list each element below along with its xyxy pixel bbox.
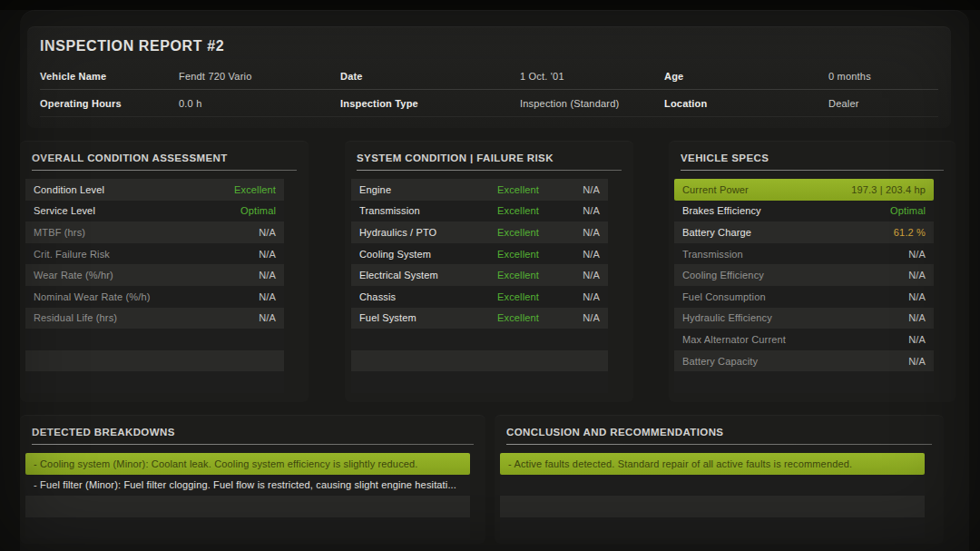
row-label: Nominal Wear Rate (%/h) [34, 291, 259, 302]
table-row: Fuel System Excellent N/A [351, 308, 608, 330]
field-age-value: 0 months [828, 71, 938, 82]
row-value: N/A [259, 291, 276, 302]
breakdown-text: - Cooling system (Minor): Coolant leak. … [34, 458, 462, 469]
panel-overall-condition: OVERALL CONDITION ASSESSMENT Condition L… [20, 141, 309, 402]
field-date-value: 1 Oct. '01 [520, 71, 664, 82]
row-label: Transmission [682, 249, 908, 260]
row-label: Engine [359, 184, 497, 195]
row-label: Service Level [34, 205, 240, 216]
empty-row [500, 475, 925, 497]
field-operating-hours-value: 0.0 h [179, 98, 340, 109]
table-row: Condition Level Excellent [25, 179, 284, 201]
table-row: Brakes Efficiency Optimal [674, 201, 934, 222]
empty-row [500, 517, 925, 539]
title-divider [681, 170, 944, 171]
spec-row-current-power: Current Power 197.3 | 203.4 hp [674, 179, 934, 201]
row-value: N/A [259, 270, 276, 280]
breakdowns-list[interactable]: - Cooling system (Minor): Coolant leak. … [25, 453, 470, 538]
table-row: MTBF (hrs) N/A [25, 221, 284, 243]
row-label: Crit. Failure Risk [34, 249, 259, 260]
empty-row [351, 350, 608, 372]
row-label: Cooling Efficiency [682, 270, 908, 280]
row-label: Electrical System [359, 270, 497, 280]
empty-row [25, 329, 284, 350]
report-header-panel: INSPECTION REPORT #2 Vehicle Name Fendt … [27, 26, 951, 128]
empty-row [25, 496, 470, 517]
field-vehicle-name-value: Fendt 720 Vario [179, 71, 340, 82]
row-value: N/A [259, 312, 276, 323]
panel-breakdowns-title: DETECTED BREAKDOWNS [32, 427, 474, 438]
row-value: N/A [908, 312, 926, 323]
vehicle-specs-list[interactable]: Current Power 197.3 | 203.4 hp Brakes Ef… [674, 179, 934, 393]
empty-row [500, 496, 925, 517]
empty-row [25, 517, 470, 539]
table-row: Cooling System Excellent N/A [351, 243, 608, 265]
breakdown-text: - Fuel filter (Minor): Fuel filter clogg… [34, 479, 462, 490]
row-risk: N/A [550, 227, 600, 238]
table-row: Hydraulic Efficiency N/A [674, 308, 934, 330]
row-label: Chassis [359, 291, 497, 302]
row-label: MTBF (hrs) [34, 227, 259, 238]
title-divider [357, 170, 622, 171]
table-row: Hydraulics / PTO Excellent N/A [351, 221, 608, 243]
row-label: Cooling System [359, 249, 497, 260]
table-row: Residual Life (hrs) N/A [25, 308, 284, 330]
empty-row [674, 371, 934, 393]
row-value: N/A [908, 291, 926, 302]
panel-conclusion: CONCLUSION AND RECOMMENDATIONS - Active … [495, 415, 944, 544]
row-risk: N/A [550, 291, 600, 302]
row-status: Excellent [497, 291, 550, 302]
row-value: Excellent [234, 184, 276, 195]
row-label: Battery Charge [682, 227, 894, 238]
table-row: Electrical System Excellent N/A [351, 264, 608, 286]
row-label: Fuel System [359, 312, 497, 323]
title-divider [32, 170, 297, 171]
system-condition-list[interactable]: Engine Excellent N/A Transmission Excell… [351, 179, 608, 393]
row-label: Fuel Consumption [682, 291, 908, 302]
table-row: Nominal Wear Rate (%/h) N/A [25, 286, 284, 308]
panel-detected-breakdowns: DETECTED BREAKDOWNS - Cooling system (Mi… [20, 415, 485, 544]
row-risk: N/A [550, 249, 600, 260]
panel-systems-title: SYSTEM CONDITION | FAILURE RISK [357, 153, 622, 163]
field-age-label: Age [664, 71, 828, 82]
field-operating-hours-label: Operating Hours [40, 98, 179, 109]
row-label: Hydraulic Efficiency [682, 312, 908, 323]
row-status: Excellent [497, 312, 550, 323]
row-status: Excellent [497, 205, 550, 216]
overall-condition-list[interactable]: Condition Level Excellent Service Level … [25, 179, 284, 393]
title-divider [506, 444, 932, 445]
breakdown-row: - Cooling system (Minor): Coolant leak. … [25, 453, 470, 475]
table-row: Crit. Failure Risk N/A [25, 243, 284, 265]
page-title: INSPECTION REPORT #2 [40, 38, 951, 54]
row-value: N/A [908, 356, 926, 367]
row-status: Excellent [497, 249, 550, 260]
row-value: 61.2 % [894, 227, 926, 238]
row-label: Battery Capacity [682, 356, 908, 367]
row-label: Residual Life (hrs) [34, 312, 259, 323]
conclusion-list[interactable]: - Active faults detected. Standard repai… [500, 453, 925, 538]
row-value: Optimal [890, 205, 926, 216]
panel-overall-title: OVERALL CONDITION ASSESSMENT [32, 153, 297, 163]
table-row: Max Alternator Current N/A [674, 329, 934, 350]
row-label: Brakes Efficiency [682, 205, 890, 216]
title-divider [32, 444, 474, 445]
panel-conclusion-title: CONCLUSION AND RECOMMENDATIONS [506, 427, 932, 438]
table-row: Battery Capacity N/A [674, 350, 934, 372]
row-risk: N/A [550, 184, 600, 195]
table-row: Fuel Consumption N/A [674, 286, 934, 308]
empty-row [351, 371, 608, 393]
top-letterbox-bar [0, 0, 980, 10]
panel-vehicle-specs: VEHICLE SPECS Current Power 197.3 | 203.… [669, 141, 956, 402]
row-label: Hydraulics / PTO [359, 227, 497, 238]
row-value: N/A [259, 227, 276, 238]
field-inspection-type-label: Inspection Type [340, 98, 520, 109]
row-status: Excellent [497, 227, 550, 238]
table-row: Battery Charge 61.2 % [674, 221, 934, 243]
table-row: Engine Excellent N/A [351, 179, 608, 201]
row-risk: N/A [550, 205, 600, 216]
empty-row [25, 371, 284, 393]
row-label: Transmission [359, 205, 497, 216]
row-risk: N/A [550, 270, 600, 280]
panel-system-condition: SYSTEM CONDITION | FAILURE RISK Engine E… [345, 141, 633, 402]
table-row: Chassis Excellent N/A [351, 286, 608, 308]
